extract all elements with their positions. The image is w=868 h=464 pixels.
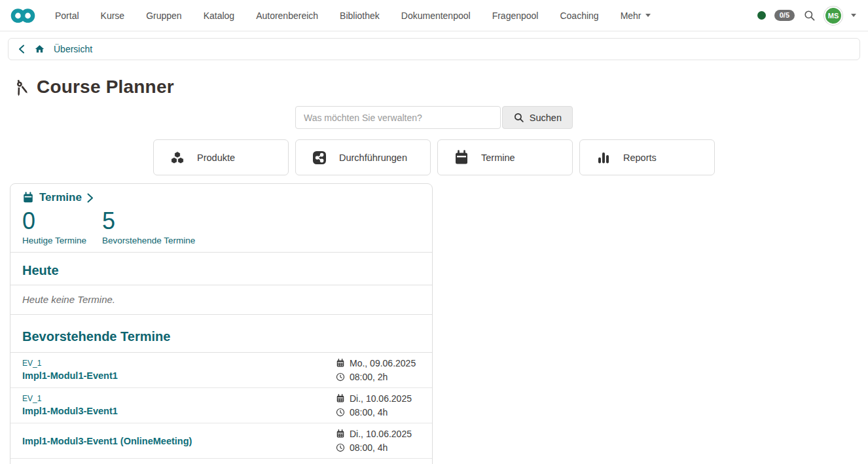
event-time: 08:00, 4h — [336, 441, 425, 454]
clock-icon — [336, 408, 345, 417]
calendar-icon — [454, 150, 469, 166]
stat-bevorstehende-termine: 5 Bevorstehende Termine — [102, 207, 195, 245]
event-date: Di., 10.06.2025 — [336, 392, 425, 405]
search-icon — [513, 112, 524, 123]
calendar-icon — [336, 429, 345, 438]
termine-button[interactable]: Termine — [437, 139, 573, 175]
calendar-icon — [336, 394, 345, 403]
event-date: Di., 10.06.2025 — [336, 427, 425, 440]
chevron-right-icon — [87, 193, 94, 203]
share-icon — [312, 150, 327, 166]
event-info: Impl1-Modul3-Event1 (OnlineMeeting) — [22, 435, 336, 447]
page-title-row: Course Planner — [10, 77, 868, 98]
durchfuehrungen-button-label: Durchführungen — [339, 152, 407, 163]
reports-button[interactable]: Reports — [579, 139, 715, 175]
suchen-button[interactable]: Suchen — [502, 106, 573, 129]
stat-heutige-termine: 0 Heutige Termine — [22, 207, 88, 245]
stat-heutige-termine-value: 0 — [22, 207, 88, 234]
event-time-text: 08:00, 4h — [350, 441, 388, 454]
event-row[interactable]: EV_1 Impl1-Modul3-Event1 Di., 10.06.2025 — [10, 388, 432, 423]
nav-item-gruppen[interactable]: Gruppen — [146, 10, 181, 21]
calendar-icon — [336, 359, 345, 368]
nav-item-mehr[interactable]: Mehr — [621, 10, 651, 21]
bar-chart-icon — [596, 150, 611, 166]
event-row[interactable]: Impl1-Modul3-Event1 (OnlineMeeting) Di.,… — [10, 423, 432, 459]
search-button-topbar[interactable] — [803, 9, 816, 22]
nav-item-kurse[interactable]: Kurse — [101, 10, 125, 21]
termine-panel-title: Termine — [39, 191, 82, 204]
planner-search-row: Suchen — [295, 106, 573, 129]
event-title-link[interactable]: Impl1-Modul3-Event1 (OnlineMeeting) — [22, 436, 192, 446]
nav-item-bibliothek[interactable]: Bibliothek — [340, 10, 380, 21]
nav-item-dokumentenpool[interactable]: Dokumentenpool — [401, 10, 471, 21]
breadcrumb: Übersicht — [8, 38, 860, 60]
stat-heutige-termine-label: Heutige Termine — [22, 236, 88, 245]
stat-bevorstehende-termine-label: Bevorstehende Termine — [102, 236, 195, 245]
event-info: EV_1 Impl1-Modul1-Event1 — [22, 359, 336, 382]
heute-heading: Heute — [10, 253, 432, 285]
topbar-right-controls: 0/5 MS — [757, 7, 856, 25]
event-datetime: Mo., 09.06.2025 08:00, 2h — [336, 357, 425, 384]
bevorstehende-termine-heading: Bevorstehende Termine — [10, 315, 432, 353]
cubes-icon — [170, 150, 185, 166]
clock-icon — [336, 443, 345, 452]
home-icon[interactable] — [34, 44, 45, 54]
search-icon — [803, 9, 816, 22]
page-title: Course Planner — [37, 77, 174, 98]
event-time-text: 08:00, 2h — [350, 370, 388, 384]
stat-bevorstehende-termine-value: 5 — [102, 207, 195, 234]
event-time: 08:00, 4h — [336, 406, 425, 419]
chevron-down-icon — [645, 14, 651, 17]
nav-item-portal[interactable]: Portal — [55, 10, 79, 21]
event-date-text: Di., 10.06.2025 — [350, 392, 412, 405]
durchfuehrungen-button[interactable]: Durchführungen — [295, 139, 431, 175]
event-title-link[interactable]: Impl1-Modul3-Event1 — [22, 406, 118, 416]
suchen-button-label: Suchen — [530, 113, 562, 123]
termine-stats: 0 Heutige Termine 5 Bevorstehende Termin… — [22, 207, 420, 245]
event-datetime: Di., 10.06.2025 08:00, 4h — [336, 392, 425, 419]
event-info: EV_1 Impl1-Modul3-Event1 — [22, 394, 336, 417]
event-code: EV_1 — [22, 359, 336, 368]
event-datetime: Di., 10.06.2025 08:00, 4h — [336, 427, 425, 454]
quick-buttons-row: Produkte Durchführungen — [0, 139, 868, 175]
calendar-icon — [22, 192, 34, 204]
breadcrumb-item-uebersicht[interactable]: Übersicht — [54, 44, 92, 54]
app-logo[interactable] — [10, 7, 35, 24]
event-row[interactable]: EV_1 Impl1-Modul1-Event1 Mo., 09.06.2025 — [10, 353, 432, 388]
back-chevron-icon[interactable] — [18, 45, 26, 54]
nav-item-katalog[interactable]: Katalog — [204, 10, 234, 21]
nav-item-fragenpool[interactable]: Fragenpool — [492, 10, 539, 21]
termine-button-label: Termine — [481, 152, 515, 163]
planner-search-input[interactable] — [295, 106, 501, 129]
termine-panel: Termine 0 Heutige Termine 5 Bevorstehend… — [10, 183, 433, 464]
produkte-button[interactable]: Produkte — [153, 139, 289, 175]
event-time: 08:00, 2h — [336, 370, 425, 384]
event-time-text: 08:00, 4h — [350, 406, 388, 419]
nav-item-coaching[interactable]: Coaching — [560, 10, 598, 21]
compass-icon — [8, 74, 33, 99]
produkte-button-label: Produkte — [197, 152, 235, 163]
event-date-text: Mo., 09.06.2025 — [350, 357, 416, 370]
reports-button-label: Reports — [623, 152, 657, 163]
termine-panel-header: Termine 0 Heutige Termine 5 Bevorstehend… — [10, 184, 432, 253]
event-code: EV_1 — [22, 394, 336, 403]
event-date-text: Di., 10.06.2025 — [350, 427, 412, 440]
avatar-initials: MS — [828, 12, 839, 20]
event-date: Mo., 09.06.2025 — [336, 357, 425, 370]
main-content: Course Planner Suchen Produkte — [0, 77, 868, 464]
event-row[interactable]: Di., 10.06.2025 — [10, 459, 432, 464]
top-navigation-bar: Portal Kurse Gruppen Katalog Autorenbere… — [0, 0, 868, 31]
nav-item-autorenbereich[interactable]: Autorenbereich — [256, 10, 318, 21]
termine-panel-title-link[interactable]: Termine — [22, 191, 420, 204]
clock-icon — [336, 372, 345, 382]
main-nav: Portal Kurse Gruppen Katalog Autorenbere… — [55, 10, 651, 21]
heute-empty-message: Heute keine Termine. — [10, 285, 432, 315]
avatar-menu-chevron-down-icon[interactable] — [851, 14, 856, 17]
nav-item-mehr-label: Mehr — [621, 10, 642, 21]
user-avatar[interactable]: MS — [824, 7, 842, 25]
event-title-link[interactable]: Impl1-Modul1-Event1 — [22, 370, 118, 381]
status-dot — [757, 11, 766, 20]
infinity-logo-icon — [10, 7, 35, 24]
counter-badge[interactable]: 0/5 — [774, 10, 795, 21]
